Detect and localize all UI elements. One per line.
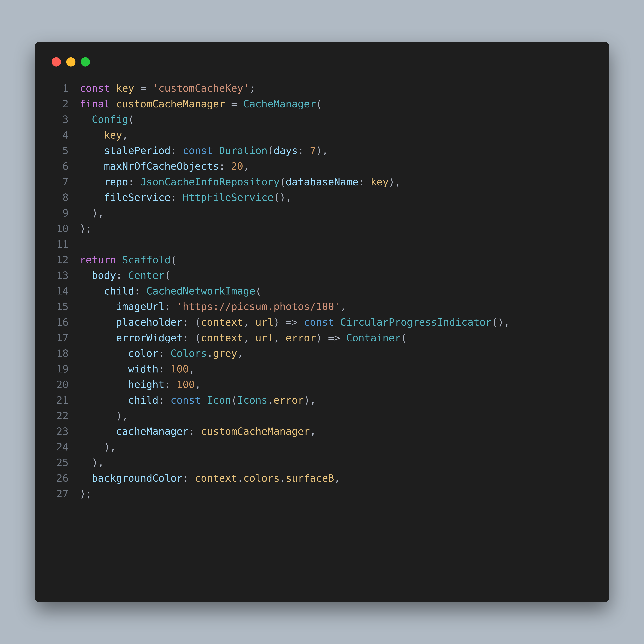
code-line[interactable]: 4 key, xyxy=(50,127,594,143)
line-content[interactable]: height: 100, xyxy=(80,377,201,392)
line-content[interactable]: ), xyxy=(80,455,104,470)
line-content[interactable]: backgroundColor: context.colors.surfaceB… xyxy=(80,470,340,486)
code-line[interactable]: 21 child: const Icon(Icons.error), xyxy=(50,392,594,408)
line-number: 24 xyxy=(50,439,68,455)
line-content[interactable]: child: CachedNetworkImage( xyxy=(80,283,261,299)
line-content[interactable]: color: Colors.grey, xyxy=(80,346,243,361)
line-content[interactable]: repo: JsonCacheInfoRepository(databaseNa… xyxy=(80,174,401,190)
code-line[interactable]: 25 ), xyxy=(50,455,594,470)
zoom-icon[interactable] xyxy=(81,57,90,67)
code-line[interactable]: 27); xyxy=(50,486,594,502)
line-content[interactable]: ), xyxy=(80,439,116,455)
line-content[interactable]: ); xyxy=(80,221,92,236)
line-content[interactable]: return Scaffold( xyxy=(80,252,177,268)
code-line[interactable]: 1const key = 'customCacheKey'; xyxy=(50,81,594,96)
code-window: 1const key = 'customCacheKey';2final cus… xyxy=(35,42,609,602)
line-content[interactable]: imageUrl: 'https://picsum.photos/100', xyxy=(80,299,346,314)
code-line[interactable]: 10); xyxy=(50,221,594,236)
code-line[interactable]: 7 repo: JsonCacheInfoRepository(database… xyxy=(50,174,594,190)
line-content[interactable]: const key = 'customCacheKey'; xyxy=(80,81,255,96)
code-line[interactable]: 19 width: 100, xyxy=(50,361,594,377)
code-line[interactable]: 15 imageUrl: 'https://picsum.photos/100'… xyxy=(50,299,594,314)
line-number: 2 xyxy=(50,96,68,112)
line-content[interactable]: body: Center( xyxy=(80,268,171,283)
code-line[interactable]: 5 stalePeriod: const Duration(days: 7), xyxy=(50,143,594,158)
line-content[interactable]: stalePeriod: const Duration(days: 7), xyxy=(80,143,328,158)
line-content[interactable]: ), xyxy=(80,408,128,424)
line-number: 23 xyxy=(50,424,68,439)
line-content[interactable]: errorWidget: (context, url, error) => Co… xyxy=(80,330,407,346)
code-line[interactable]: 3 Config( xyxy=(50,112,594,127)
code-line[interactable]: 23 cacheManager: customCacheManager, xyxy=(50,424,594,439)
line-number: 4 xyxy=(50,127,68,143)
line-number: 6 xyxy=(50,158,68,174)
code-line[interactable]: 16 placeholder: (context, url) => const … xyxy=(50,314,594,330)
line-number: 21 xyxy=(50,392,68,408)
line-content[interactable]: final customCacheManager = CacheManager( xyxy=(80,96,322,112)
line-number: 15 xyxy=(50,299,68,314)
code-editor[interactable]: 1const key = 'customCacheKey';2final cus… xyxy=(50,81,594,502)
line-number: 16 xyxy=(50,314,68,330)
line-number: 12 xyxy=(50,252,68,268)
line-content[interactable]: ); xyxy=(80,486,92,502)
line-number: 9 xyxy=(50,205,68,221)
code-line[interactable]: 17 errorWidget: (context, url, error) =>… xyxy=(50,330,594,346)
line-number: 20 xyxy=(50,377,68,392)
line-content[interactable]: cacheManager: customCacheManager, xyxy=(80,424,316,439)
line-content[interactable]: key, xyxy=(80,127,128,143)
code-line[interactable]: 26 backgroundColor: context.colors.surfa… xyxy=(50,470,594,486)
code-line[interactable]: 8 fileService: HttpFileService(), xyxy=(50,190,594,205)
close-icon[interactable] xyxy=(52,57,61,67)
line-number: 27 xyxy=(50,486,68,502)
line-number: 14 xyxy=(50,283,68,299)
line-number: 19 xyxy=(50,361,68,377)
code-line[interactable]: 18 color: Colors.grey, xyxy=(50,346,594,361)
line-number: 7 xyxy=(50,174,68,190)
line-number: 8 xyxy=(50,190,68,205)
line-number: 18 xyxy=(50,346,68,361)
traffic-lights xyxy=(52,57,594,67)
line-number: 3 xyxy=(50,112,68,127)
line-number: 10 xyxy=(50,221,68,236)
line-number: 13 xyxy=(50,268,68,283)
line-number: 17 xyxy=(50,330,68,346)
code-line[interactable]: 6 maxNrOfCacheObjects: 20, xyxy=(50,158,594,174)
line-number: 26 xyxy=(50,470,68,486)
line-content[interactable]: ), xyxy=(80,205,104,221)
code-line[interactable]: 24 ), xyxy=(50,439,594,455)
code-line[interactable]: 22 ), xyxy=(50,408,594,424)
line-number: 1 xyxy=(50,81,68,96)
code-line[interactable]: 12return Scaffold( xyxy=(50,252,594,268)
line-content[interactable]: fileService: HttpFileService(), xyxy=(80,190,292,205)
code-line[interactable]: 9 ), xyxy=(50,205,594,221)
line-content[interactable]: child: const Icon(Icons.error), xyxy=(80,392,316,408)
line-content[interactable]: placeholder: (context, url) => const Cir… xyxy=(80,314,510,330)
line-number: 11 xyxy=(50,236,68,252)
line-number: 22 xyxy=(50,408,68,424)
code-line[interactable]: 2final customCacheManager = CacheManager… xyxy=(50,96,594,112)
code-line[interactable]: 14 child: CachedNetworkImage( xyxy=(50,283,594,299)
line-content[interactable]: width: 100, xyxy=(80,361,195,377)
line-content[interactable]: maxNrOfCacheObjects: 20, xyxy=(80,158,249,174)
code-line[interactable]: 11 xyxy=(50,236,594,252)
line-number: 5 xyxy=(50,143,68,158)
minimize-icon[interactable] xyxy=(66,57,75,67)
code-line[interactable]: 20 height: 100, xyxy=(50,377,594,392)
code-line[interactable]: 13 body: Center( xyxy=(50,268,594,283)
line-content[interactable]: Config( xyxy=(80,112,134,127)
line-number: 25 xyxy=(50,455,68,470)
